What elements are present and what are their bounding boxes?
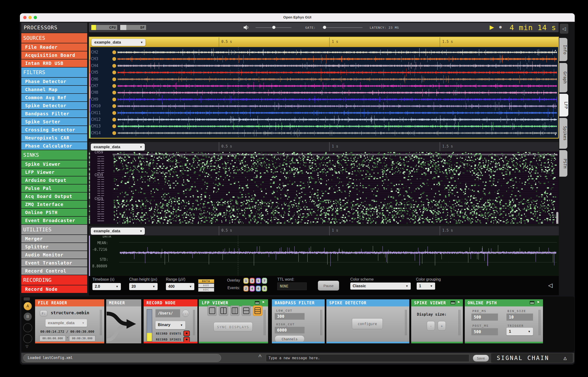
post-ms-field[interactable]: 500 bbox=[471, 328, 498, 335]
node-drag-grip[interactable] bbox=[264, 310, 266, 335]
file-stream-selector[interactable]: example_data ▼ bbox=[46, 319, 87, 327]
lfp-stream-selector[interactable]: example_data ▼ bbox=[91, 39, 146, 46]
signal-type-aux-button[interactable]: AUX bbox=[198, 283, 214, 287]
range-start-field[interactable]: 00:00:00.000 bbox=[39, 335, 66, 342]
rail-tab-empty[interactable] bbox=[23, 334, 32, 343]
sync-displays-button[interactable]: SYNC DISPLAYS bbox=[214, 322, 253, 331]
sidebar-item-spike-detector[interactable]: Spike Detector bbox=[21, 102, 87, 109]
sidebar-item-spike-viewer[interactable]: Spike Viewer bbox=[21, 160, 87, 168]
sidebar-item-common-avg-ref[interactable]: Common Avg Ref bbox=[21, 94, 87, 101]
layout-two-row-button[interactable] bbox=[242, 306, 251, 316]
sidebar-item-record-control[interactable]: Record Control bbox=[21, 267, 87, 275]
sidebar-item-file-reader[interactable]: File Reader bbox=[21, 43, 87, 51]
node-bandpass-filter[interactable]: BANDPASS FILTER LOW_CUT 300 HIGH_CUT 600… bbox=[272, 299, 325, 343]
sidebar-item-spike-sorter[interactable]: Spike Sorter bbox=[21, 118, 87, 126]
layout-three-col-button[interactable] bbox=[230, 306, 240, 316]
rail-tab-b[interactable]: B bbox=[24, 313, 32, 321]
layout-single-button[interactable] bbox=[207, 306, 217, 316]
scroll-down-icon[interactable]: ▼ bbox=[554, 133, 557, 136]
node-record-node[interactable]: RECORD NODE /Users/ ... Binary ▼ RECORD … bbox=[144, 299, 197, 343]
sidebar-item-pulse-pal[interactable]: Pulse Pal bbox=[21, 185, 87, 192]
overlay-event-button-6[interactable]: 6 bbox=[256, 286, 261, 292]
sidebar-item-crossing-detector[interactable]: Crossing Detector bbox=[21, 126, 87, 134]
record-format-select[interactable]: Binary ▼ bbox=[156, 321, 185, 329]
tab-psth[interactable]: PSTH bbox=[559, 150, 567, 177]
overlay-event-button-4[interactable]: 4 bbox=[250, 286, 255, 292]
display-size-plus-button[interactable]: + bbox=[438, 321, 446, 330]
tab-info[interactable]: Info bbox=[559, 38, 567, 61]
audio-monitor-button[interactable] bbox=[112, 131, 116, 135]
range-end-field[interactable]: 00:00:30.000 bbox=[69, 335, 96, 342]
sidebar-item-neuropixels-car[interactable]: Neuropixels CAR bbox=[21, 134, 87, 141]
sidebar-item-audio-monitor[interactable]: Audio Monitor bbox=[21, 251, 87, 259]
node-drag-grip[interactable] bbox=[539, 310, 541, 335]
layout-three-row-button[interactable] bbox=[253, 306, 262, 316]
configure-button[interactable]: configure bbox=[352, 318, 383, 329]
trigger-select[interactable]: 1 ▼ bbox=[506, 328, 533, 335]
gate-slider-track[interactable] bbox=[322, 27, 363, 28]
overlay-event-button-7[interactable]: 7 bbox=[262, 278, 267, 284]
audio-monitor-button[interactable] bbox=[112, 111, 116, 115]
rail-scroll-down-icon[interactable]: ▽ bbox=[25, 344, 28, 349]
popout-window-icon[interactable] bbox=[255, 301, 259, 304]
sidebar-item-arduino-output[interactable]: Arduino Output bbox=[21, 177, 87, 184]
node-file-reader[interactable]: FILE READER F: structure.oebin example_d… bbox=[35, 299, 104, 343]
layout-two-col-button[interactable] bbox=[219, 306, 228, 316]
scroll-up-icon[interactable]: ▲ bbox=[555, 153, 558, 156]
audio-monitor-button[interactable] bbox=[112, 84, 116, 88]
bin-size-field[interactable]: 10 bbox=[506, 314, 533, 321]
sidebar-item-phase-calculator[interactable]: Phase Calculator bbox=[21, 142, 87, 150]
message-input[interactable] bbox=[266, 354, 469, 362]
sidebar-item-event-broadcaster[interactable]: Event Broadcaster bbox=[21, 217, 87, 224]
collapse-options-icon[interactable]: ◁ bbox=[548, 282, 552, 289]
sidebar-item-phase-detector[interactable]: Phase Detector bbox=[21, 78, 87, 85]
popout-window-icon[interactable] bbox=[530, 301, 534, 304]
pin-flag-icon[interactable]: ⚑ bbox=[537, 301, 540, 304]
node-merger[interactable]: MERGER bbox=[106, 299, 141, 343]
data-stream-selector[interactable]: example_data ▼ bbox=[91, 228, 145, 235]
scroll-down-icon[interactable]: ▼ bbox=[555, 220, 558, 223]
sidebar-item-zmq-interface[interactable]: ZMQ Interface bbox=[21, 200, 87, 208]
sidebar-item-merger[interactable]: Merger bbox=[21, 235, 87, 243]
signal-type-data-button[interactable]: DATA bbox=[198, 279, 214, 283]
rail-tab-empty[interactable] bbox=[23, 323, 32, 332]
overlay-event-button-3[interactable]: 3 bbox=[250, 278, 255, 284]
overlay-event-button-8[interactable]: 8 bbox=[262, 286, 267, 292]
pin-flag-icon[interactable]: ⚑ bbox=[457, 301, 460, 304]
sidebar-item-intan-rhd-usb[interactable]: Intan RHD USB bbox=[21, 59, 87, 67]
node-spike-detector[interactable]: SPIKE DETECTOR configure bbox=[326, 299, 409, 343]
rail-tab-a[interactable]: A bbox=[24, 302, 32, 310]
overlay-event-button-2[interactable]: 2 bbox=[243, 286, 249, 292]
audio-monitor-button[interactable] bbox=[112, 118, 116, 121]
node-drag-grip[interactable] bbox=[459, 310, 461, 335]
node-spike-viewer[interactable]: SPIKE VIEWER ⚑ Display size: - + bbox=[411, 299, 463, 343]
signal-chain-toggle[interactable]: SIGNAL CHAIN △ bbox=[491, 353, 573, 363]
tab-graph[interactable]: Graph bbox=[559, 63, 567, 92]
volume-slider-knob[interactable] bbox=[272, 25, 276, 29]
audio-monitor-button[interactable] bbox=[112, 77, 116, 81]
sidebar-item-online-psth[interactable]: Online PSTH bbox=[21, 209, 87, 216]
node-drag-grip[interactable] bbox=[405, 310, 407, 335]
rail-scroll-up-button[interactable] bbox=[24, 297, 30, 301]
record-path-field[interactable]: /Users/ bbox=[156, 309, 180, 317]
node-lfp-viewer[interactable]: LFP VIEWER ⚑ SYNC DISPLAYS bbox=[199, 299, 268, 343]
record-button[interactable]: ● bbox=[499, 24, 502, 30]
sidebar-item-acq-board-output[interactable]: Acq Board Output bbox=[21, 192, 87, 200]
gate-slider-knob[interactable] bbox=[323, 25, 326, 29]
popout-window-icon[interactable] bbox=[451, 301, 455, 304]
collapse-tabs-button[interactable]: ◁ bbox=[560, 24, 568, 34]
pre-ms-field[interactable]: 500 bbox=[471, 314, 498, 321]
node-drag-grip[interactable] bbox=[193, 310, 196, 335]
raster-stream-selector[interactable]: example_data ▼ bbox=[91, 143, 145, 151]
browse-button[interactable]: ... bbox=[182, 310, 189, 317]
low-cut-field[interactable]: 300 bbox=[275, 313, 305, 320]
sidebar-item-channel-map[interactable]: Channel Map bbox=[21, 86, 87, 93]
color-scheme-select[interactable]: Classic ▼ bbox=[350, 283, 411, 290]
sidebar-item-bandpass-filter[interactable]: Bandpass Filter bbox=[21, 110, 87, 118]
color-grouping-select[interactable]: 1 ▼ bbox=[417, 283, 435, 290]
sidebar-item-lfp-viewer[interactable]: LFP Viewer bbox=[21, 168, 87, 176]
channels-button[interactable]: Channels bbox=[275, 335, 305, 342]
file-button[interactable]: F: bbox=[40, 310, 47, 316]
play-button[interactable]: ▶ bbox=[490, 24, 494, 31]
display-size-minus-button[interactable]: - bbox=[427, 321, 435, 330]
